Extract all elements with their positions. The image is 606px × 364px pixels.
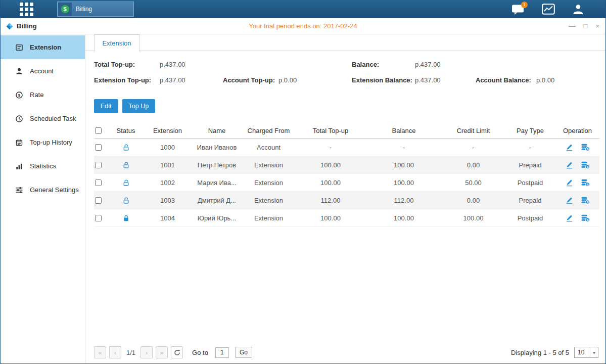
table-row: 1004 Юрий Юрь... Extension 100.00 100.00… — [94, 209, 599, 227]
column-total-topup: Total Top-up — [295, 127, 366, 134]
page-indicator: 1/1 — [126, 349, 135, 356]
pay-type: Prepaid — [505, 197, 555, 204]
displaying-text: Displaying 1 - 5 of 5 — [511, 349, 569, 356]
svg-text:$: $ — [586, 200, 588, 203]
last-page-button[interactable]: » — [156, 346, 168, 358]
sidebar-item-rate[interactable]: $ Rate — [1, 83, 85, 107]
total-topup-value: p.437.00 — [160, 61, 185, 68]
top-up-coins-icon[interactable]: $ — [581, 144, 590, 151]
extension-number: 1002 — [144, 179, 192, 187]
top-bar: $ Billing ! — [1, 0, 605, 18]
credit-limit: 0.00 — [442, 197, 505, 204]
first-page-button[interactable]: « — [94, 346, 106, 358]
next-page-button[interactable]: › — [141, 346, 153, 358]
status-lock-icon[interactable] — [122, 144, 130, 151]
goto-page-input[interactable] — [215, 347, 229, 358]
sidebar-item-general-settings[interactable]: General Settings — [1, 178, 85, 202]
account-person-icon — [15, 67, 23, 75]
tab-strip: Extension — [85, 34, 605, 51]
balance: - — [366, 144, 442, 151]
app-menu-grid-icon[interactable] — [20, 3, 33, 16]
sidebar-item-extension[interactable]: Extension — [1, 35, 85, 59]
svg-text:$: $ — [18, 93, 21, 98]
table-row: 1002 Мария Ива... Extension 100.00 100.0… — [94, 174, 599, 192]
row-checkbox[interactable] — [95, 162, 102, 168]
sidebar-item-topup-history[interactable]: Top-up History — [1, 130, 85, 154]
page-size-select[interactable]: 10 ▾ — [574, 347, 598, 358]
pagination-bar: « ‹ 1/1 › » Go to Go Displaying 1 - 5 of… — [94, 346, 598, 359]
charged-from: Extension — [242, 161, 295, 169]
top-up-coins-icon[interactable]: $ — [581, 197, 590, 204]
top-up-coins-icon[interactable]: $ — [581, 179, 590, 187]
reports-chart-icon[interactable] — [542, 4, 555, 15]
pay-type: Prepaid — [505, 161, 555, 169]
sidebar-item-label: General Settings — [30, 186, 79, 194]
go-button[interactable]: Go — [235, 347, 252, 358]
refresh-button[interactable] — [171, 346, 183, 358]
sidebar-item-scheduled-task[interactable]: Scheduled Task — [1, 107, 85, 130]
account-topup-label: Account Top-up: — [223, 76, 275, 84]
row-checkbox[interactable] — [95, 197, 102, 204]
account-topup-value: p.0.00 — [278, 76, 297, 84]
balance: 112.00 — [366, 197, 442, 204]
pay-type: Postpaid — [505, 179, 555, 187]
sidebar-item-statistics[interactable]: Statistics — [1, 154, 85, 178]
prev-page-button[interactable]: ‹ — [109, 346, 121, 358]
edit-pencil-icon[interactable] — [566, 144, 573, 151]
balance-label: Balance: — [352, 61, 379, 68]
row-checkbox[interactable] — [95, 179, 102, 186]
top-up-button[interactable]: Top Up — [122, 99, 156, 113]
column-charged-from: Charged From — [242, 127, 295, 134]
balance: 100.00 — [366, 161, 442, 169]
extension-balance-label: Extension Balance: — [352, 76, 412, 84]
status-lock-icon[interactable] — [122, 161, 130, 169]
balance: 100.00 — [366, 214, 442, 222]
column-extension: Extension — [144, 127, 192, 134]
sidebar-item-label: Top-up History — [30, 139, 72, 146]
table-row: 1000 Иван Иванов Account - - - - $ — [94, 139, 599, 156]
edit-pencil-icon[interactable] — [566, 214, 573, 222]
credit-limit: - — [442, 144, 505, 151]
column-operation: Operation — [555, 127, 599, 134]
edit-pencil-icon[interactable] — [566, 179, 573, 187]
total-topup: 112.00 — [295, 197, 366, 204]
window-controls: — □ × — [569, 23, 599, 29]
table-row: 1003 Дмитрий Д... Extension 112.00 112.0… — [94, 192, 599, 209]
billing-dollar-icon: $ — [58, 3, 72, 16]
page-size-value: 10 — [575, 349, 590, 356]
edit-button[interactable]: Edit — [94, 99, 118, 113]
user-account-icon[interactable] — [572, 4, 584, 15]
edit-pencil-icon[interactable] — [566, 161, 573, 169]
topbar-right-icons: ! — [511, 0, 584, 18]
table-row: 1001 Петр Петров Extension 100.00 100.00… — [94, 156, 599, 174]
sliders-icon — [15, 186, 23, 194]
extension-table-body: 1000 Иван Иванов Account - - - - $ — [94, 139, 599, 227]
tab-extension[interactable]: Extension — [94, 34, 139, 52]
extension-number: 1004 — [144, 214, 192, 222]
row-checkbox[interactable] — [95, 144, 102, 151]
svg-text:$: $ — [586, 164, 588, 168]
top-up-coins-icon[interactable]: $ — [581, 214, 590, 222]
edit-pencil-icon[interactable] — [566, 197, 573, 204]
sidebar-item-label: Rate — [30, 91, 43, 99]
status-lock-icon[interactable] — [122, 197, 130, 204]
sidebar-item-label: Extension — [30, 43, 61, 51]
select-all-checkbox[interactable] — [95, 127, 102, 134]
credit-limit: 100.00 — [442, 214, 505, 222]
top-up-coins-icon[interactable]: $ — [581, 161, 590, 169]
extension-topup-value: p.437.00 — [160, 76, 185, 84]
status-lock-icon[interactable] — [122, 214, 130, 222]
account-balance-value: p.0.00 — [536, 76, 554, 84]
pay-type: - — [505, 144, 555, 151]
close-icon[interactable]: × — [595, 23, 599, 29]
balance-value: p.437.00 — [415, 61, 441, 68]
status-lock-icon[interactable] — [122, 179, 130, 187]
charged-from: Account — [242, 144, 295, 151]
maximize-icon[interactable]: □ — [584, 23, 588, 29]
messages-icon[interactable]: ! — [511, 4, 525, 15]
row-checkbox[interactable] — [95, 215, 102, 221]
billing-app-tab[interactable]: $ Billing — [57, 2, 134, 17]
minimize-icon[interactable]: — — [569, 23, 576, 29]
sidebar-item-account[interactable]: Account — [1, 59, 85, 83]
extension-number: 1001 — [144, 161, 192, 169]
